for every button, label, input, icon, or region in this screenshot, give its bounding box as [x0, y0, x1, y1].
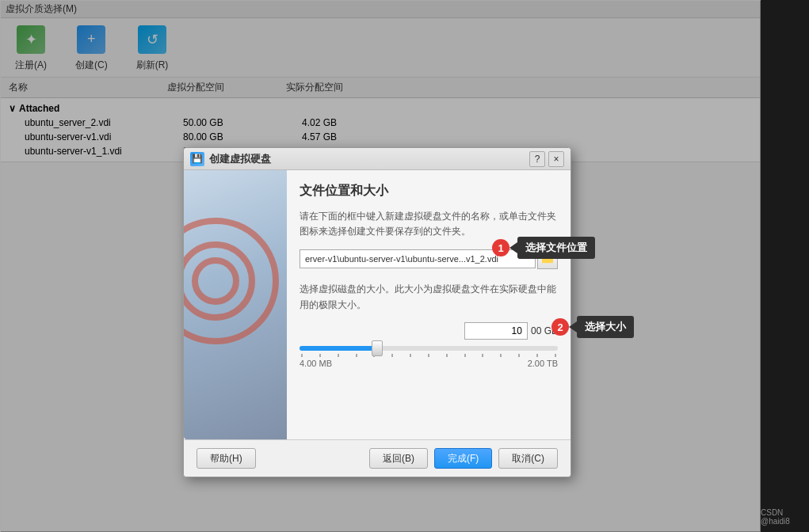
create-disk-dialog: 💾 创建虚拟硬盘 ? × 文件位置和大小 请在下面的框中键入新建虚拟硬盘文件的名…: [183, 147, 571, 477]
help-button[interactable]: 帮助(H): [197, 448, 256, 469]
watermark: CSDN @haidi8: [761, 508, 806, 526]
annotation-2-arrow: [569, 321, 577, 332]
dialog-left-image: [184, 170, 287, 439]
back-button[interactable]: 返回(B): [369, 448, 428, 469]
dialog-icon: 💾: [190, 152, 204, 166]
slider-max-label: 2.00 TB: [528, 359, 558, 368]
slider-thumb[interactable]: [372, 340, 383, 356]
slider-fill: [300, 346, 377, 351]
annotation-1-circle: 1: [492, 239, 509, 256]
slider-container: 4.00 MB 2.00 TB: [300, 346, 558, 368]
description-text-1: 请在下面的框中键入新建虚拟硬盘文件的名称，或单击文件夹图标来选择创建文件要保存到…: [300, 209, 558, 239]
dialog-body: 文件位置和大小 请在下面的框中键入新建虚拟硬盘文件的名称，或单击文件夹图标来选择…: [184, 170, 570, 439]
slider-labels: 4.00 MB 2.00 TB: [300, 359, 558, 368]
slider-track: [300, 346, 558, 351]
annotation-1-arrow: [509, 242, 517, 253]
annotation-2: 2 选择大小: [551, 316, 634, 338]
dialog-right-content: 文件位置和大小 请在下面的框中键入新建虚拟硬盘文件的名称，或单击文件夹图标来选择…: [287, 170, 570, 439]
cancel-button[interactable]: 取消(C): [498, 448, 558, 469]
finish-button[interactable]: 完成(F): [434, 448, 492, 469]
annotation-2-label: 选择大小: [577, 316, 634, 338]
disk-decoration-3: [192, 257, 239, 305]
slider-dots: [300, 354, 558, 357]
section-title: 文件位置和大小: [300, 183, 558, 200]
annotation-1-label: 选择文件位置: [517, 237, 595, 259]
footer-right: 返回(B) 完成(F) 取消(C): [369, 448, 558, 469]
size-input[interactable]: [464, 322, 528, 340]
footer-left: 帮助(H): [197, 448, 256, 469]
annotation-1: 1 选择文件位置: [492, 237, 595, 259]
dialog-help-button[interactable]: ?: [529, 151, 545, 167]
slider-min-label: 4.00 MB: [300, 359, 332, 368]
size-input-row: 00 GB: [300, 322, 558, 340]
dialog-close-button[interactable]: ×: [548, 151, 564, 167]
description-text-2: 选择虚拟磁盘的大小。此大小为虚拟硬盘文件在实际硬盘中能用的极限大小。: [300, 282, 558, 312]
dialog-footer: 帮助(H) 返回(B) 完成(F) 取消(C): [184, 439, 570, 477]
dialog-title: 创建虚拟硬盘: [209, 152, 529, 166]
dialog-title-buttons: ? ×: [529, 151, 564, 167]
annotation-2-circle: 2: [551, 318, 569, 336]
main-window: 虚拟介质选择(M) ✦ 注册(A) + 创建(C) ↺ 刷新(R) 名称 虚拟分…: [0, 0, 761, 532]
right-panel: CSDN @haidi8: [761, 0, 809, 532]
dialog-titlebar: 💾 创建虚拟硬盘 ? ×: [184, 148, 570, 170]
